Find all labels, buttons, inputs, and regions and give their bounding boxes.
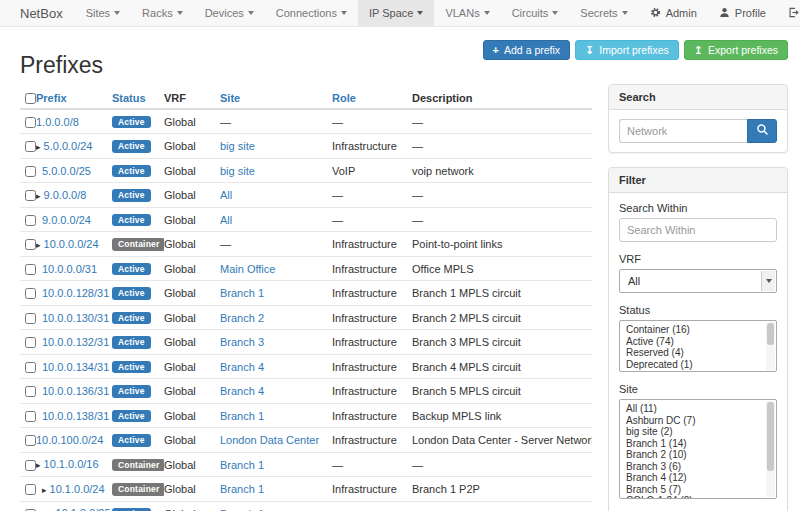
prefix-link[interactable]: 10.0.100.0/24 <box>36 434 103 446</box>
row-checkbox[interactable] <box>25 362 36 373</box>
site-link[interactable]: Branch 1 <box>220 508 264 511</box>
site-link[interactable]: Branch 3 <box>220 336 264 348</box>
row-checkbox[interactable] <box>25 313 36 324</box>
listbox-option[interactable]: Ashburn DC (7) <box>620 415 776 427</box>
description-value: voip network <box>412 165 474 177</box>
navbar-brand[interactable]: NetBox <box>12 0 75 26</box>
row-checkbox[interactable] <box>25 337 36 348</box>
row-checkbox[interactable] <box>25 239 36 250</box>
row-checkbox[interactable] <box>25 288 36 299</box>
site-link[interactable]: London Data Center <box>220 434 319 446</box>
nav-item-admin[interactable]: Admin <box>639 0 708 26</box>
prefix-link[interactable]: 9.0.0.0/24 <box>42 214 91 226</box>
listbox-option[interactable]: Branch 5 (7) <box>620 484 776 496</box>
site-link[interactable]: Branch 1 <box>220 483 264 495</box>
status-badge: Active <box>112 165 151 178</box>
prefix-link[interactable]: 9.0.0.0/8 <box>44 189 87 201</box>
listbox-option[interactable]: Container (16) <box>620 324 776 336</box>
prefix-link[interactable]: 10.0.0.136/31 <box>42 385 109 397</box>
row-checkbox[interactable] <box>25 190 36 201</box>
table-row: ▸9.0.0.0/8ActiveGlobalAll—— <box>20 183 592 208</box>
site-link[interactable]: big site <box>220 140 255 152</box>
site-link[interactable]: Branch 1 <box>220 287 264 299</box>
status-listbox[interactable]: Container (16)Active (74)Reserved (4)Dep… <box>619 320 777 372</box>
column-header-role[interactable]: Role <box>332 92 356 104</box>
filter-label-status: Status <box>619 304 777 316</box>
nav-item-vlans[interactable]: VLANs <box>434 0 500 26</box>
column-header-status[interactable]: Status <box>112 92 146 104</box>
description-value: — <box>412 189 423 201</box>
site-link[interactable]: Main Office <box>220 263 275 275</box>
listbox-option[interactable]: Branch 3 (6) <box>620 461 776 473</box>
listbox-option[interactable]: Branch 2 (10) <box>620 449 776 461</box>
nav-item-secrets[interactable]: Secrets <box>569 0 638 26</box>
row-checkbox[interactable] <box>25 141 36 152</box>
select-all-checkbox[interactable] <box>25 93 36 104</box>
column-header-site[interactable]: Site <box>220 92 240 104</box>
row-checkbox[interactable] <box>25 435 36 446</box>
import-prefixes-button[interactable]: ↧ Import prefixes <box>575 40 679 60</box>
site-link[interactable]: Branch 1 <box>220 410 264 422</box>
prefix-link[interactable]: 10.1.0.0/25 <box>56 507 111 511</box>
column-header-prefix[interactable]: Prefix <box>36 92 67 104</box>
add-prefix-button[interactable]: + Add a prefix <box>483 40 570 60</box>
vrf-value: Global <box>164 263 196 275</box>
listbox-option[interactable]: Deprecated (1) <box>620 359 776 371</box>
vrf-select[interactable]: All <box>619 269 777 293</box>
site-link[interactable]: All <box>220 189 232 201</box>
column-header-description: Description <box>412 92 473 104</box>
listbox-option[interactable]: big site (2) <box>620 426 776 438</box>
description-value: Office MPLS <box>412 263 474 275</box>
nav-item-profile[interactable]: Profile <box>708 0 777 26</box>
nav-item-devices[interactable]: Devices <box>194 0 265 26</box>
nav-item-sites[interactable]: Sites <box>75 0 131 26</box>
nav-item-logout[interactable]: Log out <box>777 0 800 26</box>
nav-item-connections[interactable]: Connections <box>265 0 358 26</box>
site-link[interactable]: All <box>220 214 232 226</box>
prefix-link[interactable]: 5.0.0.0/24 <box>44 140 93 152</box>
prefix-link[interactable]: 1.0.0.0/8 <box>36 116 79 128</box>
site-listbox[interactable]: All (11)Ashburn DC (7)big site (2)Branch… <box>619 399 777 499</box>
export-prefixes-button[interactable]: ↥ Export prefixes <box>684 40 788 60</box>
listbox-option[interactable]: COLO-1-24 (2) <box>620 495 776 499</box>
prefix-link[interactable]: 10.0.0.138/31 <box>42 410 109 422</box>
site-link[interactable]: big site <box>220 165 255 177</box>
site-link[interactable]: Branch 2 <box>220 312 264 324</box>
search-button[interactable] <box>747 119 777 143</box>
listbox-option[interactable]: Branch 4 (12) <box>620 472 776 484</box>
row-checkbox[interactable] <box>25 484 36 495</box>
prefix-link[interactable]: 10.0.0.0/24 <box>44 238 99 250</box>
listbox-option[interactable]: Branch 1 (14) <box>620 438 776 450</box>
nav-item-racks[interactable]: Racks <box>131 0 194 26</box>
nav-item-ip-space[interactable]: IP Space <box>358 0 434 26</box>
site-link[interactable]: Branch 4 <box>220 385 264 397</box>
prefix-link[interactable]: 5.0.0.0/25 <box>42 165 91 177</box>
status-listbox-scrollbar[interactable] <box>766 322 775 370</box>
prefix-link[interactable]: 10.0.0.134/31 <box>42 361 109 373</box>
site-value: — <box>220 238 231 250</box>
nav-item-circuits[interactable]: Circuits <box>501 0 570 26</box>
description-value: — <box>412 140 423 152</box>
site-link[interactable]: Branch 1 <box>220 459 264 471</box>
prefix-link[interactable]: 10.0.0.130/31 <box>42 312 109 324</box>
status-badge: Active <box>112 410 151 423</box>
listbox-option[interactable]: Reserved (4) <box>620 347 776 359</box>
site-link[interactable]: Branch 4 <box>220 361 264 373</box>
row-checkbox[interactable] <box>25 264 36 275</box>
row-checkbox[interactable] <box>25 166 36 177</box>
search-within-input[interactable] <box>619 218 777 242</box>
prefix-link[interactable]: 10.1.0.0/16 <box>44 458 99 470</box>
row-checkbox[interactable] <box>25 460 36 471</box>
row-checkbox[interactable] <box>25 117 36 128</box>
prefix-link[interactable]: 10.0.0.0/31 <box>42 263 97 275</box>
listbox-option[interactable]: Active (74) <box>620 336 776 348</box>
prefix-link[interactable]: 10.1.0.0/24 <box>50 483 105 495</box>
search-input[interactable] <box>619 119 747 143</box>
prefix-link[interactable]: 10.0.0.132/31 <box>42 336 109 348</box>
row-checkbox[interactable] <box>25 411 36 422</box>
prefix-link[interactable]: 10.0.0.128/31 <box>42 287 109 299</box>
row-checkbox[interactable] <box>25 215 36 226</box>
row-checkbox[interactable] <box>25 386 36 397</box>
site-listbox-scrollbar[interactable] <box>766 401 775 497</box>
listbox-option[interactable]: All (11) <box>620 403 776 415</box>
